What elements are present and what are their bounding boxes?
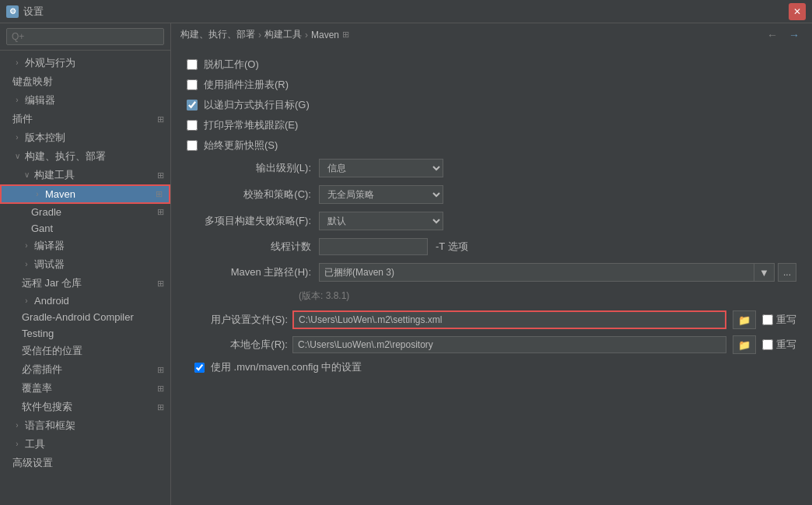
user-settings-label: 用户设置文件(S): xyxy=(187,313,288,327)
sidebar-item-required-plugins[interactable]: 必需插件 ⊞ xyxy=(0,360,170,379)
validation-select[interactable]: 无全局策略 警告 失败 xyxy=(319,185,443,204)
sidebar-item-label: Gant xyxy=(31,223,53,234)
local-repo-input[interactable] xyxy=(292,336,726,353)
badge-icon: ⊞ xyxy=(157,114,164,124)
recursive-goals-label[interactable]: 以递归方式执行目标(G) xyxy=(204,98,310,112)
plugin-registry-label[interactable]: 使用插件注册表(R) xyxy=(204,78,289,92)
breadcrumb-nav: ← → xyxy=(764,29,803,41)
arrow-icon: › xyxy=(12,58,22,68)
offline-checkbox[interactable] xyxy=(187,59,198,70)
multi-project-select[interactable]: 默认 失败优先 不失败 xyxy=(319,212,443,230)
checkbox-always-update: 始终更新快照(S) xyxy=(187,139,796,153)
badge-icon: ⊞ xyxy=(157,384,164,394)
window-title: 设置 xyxy=(23,5,44,19)
maven-config-checkbox[interactable] xyxy=(194,363,205,373)
plugin-registry-checkbox[interactable] xyxy=(187,79,198,90)
sidebar-item-label: 工具 xyxy=(25,437,45,451)
maven-config-row: 使用 .mvn/maven.config 中的设置 xyxy=(194,360,796,374)
user-settings-checkbox[interactable] xyxy=(762,314,773,325)
sidebar-item-label: 覆盖率 xyxy=(22,381,52,395)
print-stacktrace-label[interactable]: 打印异常堆栈跟踪(E) xyxy=(204,118,298,132)
output-level-row: 输出级别(L): 信息 调试 警告 错误 xyxy=(187,159,796,177)
arrow-icon: ∨ xyxy=(22,170,31,180)
arrow-icon: › xyxy=(22,260,31,269)
sidebar-item-remote-jar[interactable]: 远程 Jar 仓库 ⊞ xyxy=(0,274,170,293)
local-repo-browse-btn[interactable]: 📁 xyxy=(733,335,756,354)
sidebar-item-debugger[interactable]: › 调试器 xyxy=(0,255,170,274)
sidebar-item-testing[interactable]: Testing xyxy=(0,325,170,342)
breadcrumb-sep: › xyxy=(305,30,308,40)
output-level-select[interactable]: 信息 调试 警告 错误 xyxy=(319,159,443,177)
sidebar-item-build-exec-deploy[interactable]: ∨ 构建、执行、部署 xyxy=(0,147,170,166)
sidebar-item-label: 必需插件 xyxy=(22,363,62,377)
sidebar-item-label: 版本控制 xyxy=(25,131,65,145)
arrow-icon: › xyxy=(12,96,22,105)
sidebar-item-trusted-locations[interactable]: 受信任的位置 xyxy=(0,342,170,360)
maven-home-browse-btn[interactable]: ... xyxy=(778,263,796,282)
thread-count-row: 线程计数 -T 选项 xyxy=(187,238,796,255)
sidebar-item-label: 调试器 xyxy=(34,258,65,272)
sidebar-item-build-tools[interactable]: ∨ 构建工具 ⊞ xyxy=(0,166,170,184)
badge-icon: ⊞ xyxy=(157,402,164,412)
thread-option-label: -T 选项 xyxy=(436,240,468,254)
offline-label[interactable]: 脱机工作(O) xyxy=(204,58,259,72)
sidebar-item-label: 软件包搜索 xyxy=(22,400,72,414)
sidebar-item-label: 外观与行为 xyxy=(25,56,75,70)
recursive-goals-checkbox[interactable] xyxy=(187,100,198,110)
sidebar-item-label: Maven xyxy=(45,188,75,200)
maven-config-label[interactable]: 使用 .mvn/maven.config 中的设置 xyxy=(211,360,362,374)
sidebar-item-gradle-android[interactable]: Gradle-Android Compiler xyxy=(0,309,170,325)
sidebar-item-label: Gradle xyxy=(31,206,61,218)
sidebar-item-lang-framework[interactable]: › 语言和框架 xyxy=(0,416,170,435)
sidebar: › 外观与行为 键盘映射 › 编辑器 插件 ⊞ › 版本控制 xyxy=(0,23,171,505)
sidebar-item-label: 语言和框架 xyxy=(25,419,75,433)
maven-home-dropdown-btn[interactable]: ▼ xyxy=(754,263,775,282)
sidebar-item-label: 编译器 xyxy=(34,239,65,253)
sidebar-item-plugins[interactable]: 插件 ⊞ xyxy=(0,110,170,128)
sidebar-item-android[interactable]: › Android xyxy=(0,293,170,309)
search-input[interactable] xyxy=(6,28,164,45)
sidebar-item-gant[interactable]: Gant xyxy=(0,220,170,237)
sidebar-item-package-search[interactable]: 软件包搜索 ⊞ xyxy=(0,398,170,416)
edit-icon[interactable]: ⊞ xyxy=(342,30,349,40)
close-button[interactable]: ✕ xyxy=(789,3,806,20)
sidebar-item-label: 插件 xyxy=(12,112,33,126)
maven-home-input[interactable] xyxy=(319,263,754,282)
sidebar-item-editor[interactable]: › 编辑器 xyxy=(0,91,170,110)
arrow-icon: › xyxy=(33,190,42,199)
local-repo-reset-label: 重写 xyxy=(776,338,796,352)
checkbox-recursive-goals: 以递归方式执行目标(G) xyxy=(187,98,796,112)
forward-button[interactable]: → xyxy=(786,29,803,41)
sidebar-item-coverage[interactable]: 覆盖率 ⊞ xyxy=(0,379,170,398)
sidebar-item-label: 键盘映射 xyxy=(12,75,53,89)
arrow-icon: ∨ xyxy=(12,152,22,161)
sidebar-item-maven[interactable]: › Maven ⊞ xyxy=(0,184,170,204)
always-update-checkbox[interactable] xyxy=(187,140,198,151)
arrow-icon: › xyxy=(22,241,31,251)
thread-count-label: 线程计数 xyxy=(187,240,311,254)
arrow-icon: › xyxy=(12,133,22,142)
sidebar-item-label: 编辑器 xyxy=(25,93,55,107)
sidebar-item-tools[interactable]: › 工具 xyxy=(0,435,170,454)
user-settings-input[interactable] xyxy=(292,310,726,329)
user-settings-browse-btn[interactable]: 📁 xyxy=(733,310,756,329)
sidebar-item-compiler[interactable]: › 编译器 xyxy=(0,237,170,255)
breadcrumb-item-tools: 构建工具 xyxy=(264,28,302,41)
back-button[interactable]: ← xyxy=(764,29,781,41)
sidebar-item-advanced[interactable]: 高级设置 xyxy=(0,454,170,472)
print-stacktrace-checkbox[interactable] xyxy=(187,120,198,131)
breadcrumb: 构建、执行、部署 › 构建工具 › Maven ⊞ ← → xyxy=(171,23,812,47)
local-repo-checkbox[interactable] xyxy=(762,339,773,350)
checkbox-offline: 脱机工作(O) xyxy=(187,58,796,72)
sidebar-item-vcs[interactable]: › 版本控制 xyxy=(0,128,170,147)
always-update-label[interactable]: 始终更新快照(S) xyxy=(204,139,278,153)
sidebar-item-gradle[interactable]: Gradle ⊞ xyxy=(0,204,170,220)
thread-count-input[interactable] xyxy=(319,238,428,255)
sidebar-item-label: 高级设置 xyxy=(12,456,53,470)
multi-project-label: 多项目构建失败策略(F): xyxy=(187,214,311,228)
sidebar-item-keymap[interactable]: 键盘映射 xyxy=(0,72,170,91)
content-area: 构建、执行、部署 › 构建工具 › Maven ⊞ ← → 脱机工作(O) 使用… xyxy=(171,23,812,505)
sidebar-item-appearance[interactable]: › 外观与行为 xyxy=(0,54,170,72)
badge-icon: ⊞ xyxy=(157,170,164,181)
arrow-icon: › xyxy=(12,421,22,430)
